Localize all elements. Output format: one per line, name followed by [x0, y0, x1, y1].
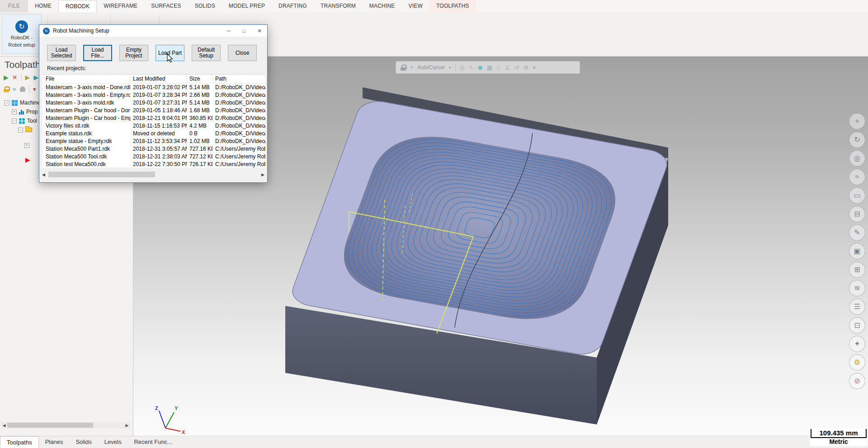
tab-solids[interactable]: SOLIDS	[188, 0, 222, 12]
grid-icon[interactable]: ▦	[487, 64, 492, 71]
fit-view-icon[interactable]: ▣	[849, 243, 865, 259]
maximize-button[interactable]: □	[236, 25, 252, 37]
scroll-left-icon[interactable]: ◀	[40, 172, 47, 177]
collapse-toggle-icon[interactable]: −	[18, 128, 23, 133]
tab-wireframe[interactable]: WIREFRAME	[97, 0, 144, 12]
autocursor-caret-icon[interactable]: ▾	[449, 65, 451, 70]
select-arrow-icon[interactable]: ↖	[469, 64, 474, 71]
regen-toolpath-icon[interactable]: ▶	[33, 74, 38, 81]
star-tool-icon[interactable]: ✦	[849, 336, 865, 352]
column-header-size[interactable]: Size	[187, 75, 212, 83]
collapse-toggle-icon[interactable]: −	[5, 100, 9, 105]
default-setup-button[interactable]: Default Setup	[192, 45, 221, 61]
tab-home[interactable]: HOME	[28, 0, 58, 12]
lock-icon[interactable]	[4, 86, 9, 92]
rectangle-tool-icon[interactable]: ▭	[849, 187, 865, 204]
empty-project-button[interactable]: Empty Project	[119, 45, 148, 61]
column-header-file[interactable]: File	[42, 75, 130, 83]
scroll-right-icon[interactable]: ▶	[259, 172, 267, 177]
undo-icon[interactable]: ↺	[514, 64, 519, 71]
close-button[interactable]: Close	[228, 45, 257, 61]
select-toolpath-icon[interactable]: ▶	[25, 74, 30, 81]
table-row[interactable]: Victory files stl.rdk2018-11-15 1:16:53 …	[42, 122, 265, 129]
scroll-left-icon[interactable]: ◀	[1, 423, 7, 428]
bottom-tab-solids[interactable]: Solids	[69, 436, 98, 448]
table-cell: Mastercam Plugin - Car hood - Done.rdk	[42, 107, 130, 114]
bottom-tab-planes[interactable]: Planes	[39, 436, 70, 448]
bottom-tab-toolpaths[interactable]: Toolpaths	[0, 436, 39, 448]
column-header-last-modified[interactable]: Last Modified	[130, 75, 187, 83]
table-row[interactable]: Mastercam Plugin - Car hood - Empty.rdk2…	[42, 114, 265, 122]
tab-view[interactable]: VIEW	[402, 0, 429, 12]
table-row[interactable]: Mastercam Plugin - Car hood - Done.rdk20…	[42, 106, 265, 114]
robodk-setup-button[interactable]: ↻ RoboDK - Robot setup	[2, 14, 42, 54]
section-tool-icon[interactable]: ⊟	[849, 206, 865, 222]
bottom-tab-recent-func[interactable]: Recent Func...	[127, 436, 179, 448]
circle-tool-icon[interactable]: ◎	[849, 150, 865, 167]
tab-model-prep[interactable]: MODEL PREP	[222, 0, 272, 12]
waves-display-icon[interactable]: ≈	[13, 86, 16, 93]
lock-icon[interactable]	[401, 65, 406, 71]
tab-transform[interactable]: TRANSFORM	[314, 0, 363, 12]
snap-point-icon[interactable]: ⊕	[478, 64, 483, 71]
load-file-button[interactable]: Load File...	[83, 45, 112, 61]
panel-tool-icon[interactable]: ⊡	[849, 317, 865, 334]
table-row[interactable]: Mastercam - 3-axis mold - Empty.rdk2019-…	[42, 91, 265, 99]
minimize-button[interactable]: ─	[221, 25, 236, 37]
crosshair-icon[interactable]: ⌖	[410, 64, 413, 71]
load-selected-button[interactable]: Load Selected	[47, 45, 76, 61]
disable-tool-icon[interactable]: ⊘	[849, 373, 865, 389]
tree-label-toolgroup: Tool	[27, 118, 37, 124]
dialog-titlebar[interactable]: ↻ Robot Machining Setup ─ □ ✕	[39, 25, 267, 37]
rotate-tool-icon[interactable]: ↻	[849, 132, 865, 148]
waves-tool-icon[interactable]: ≋	[849, 280, 865, 296]
tab-toolpaths[interactable]: TOOLPATHS	[429, 0, 476, 12]
table-row[interactable]: Mastercam - 3-axis mold.rdk2019-01-07 3:…	[42, 99, 265, 106]
levels-tool-icon[interactable]: ☰	[849, 299, 865, 315]
robodk-button-label-1: RoboDK -	[11, 35, 33, 40]
close-window-button[interactable]: ✕	[252, 25, 267, 37]
toolgroup-icon	[19, 118, 25, 124]
robot-machining-setup-dialog: ↻ Robot Machining Setup ─ □ ✕ Load Selec…	[39, 24, 268, 183]
add-tool-icon[interactable]: +	[849, 113, 865, 129]
expand-toggle-icon[interactable]: +	[12, 110, 17, 114]
tab-machine[interactable]: MACHINE	[363, 0, 402, 12]
deselect-all-icon[interactable]: ✕	[12, 74, 18, 81]
scrollbar-thumb[interactable]	[48, 172, 155, 177]
dialog-horizontal-scrollbar[interactable]: ◀ ▶	[40, 171, 267, 178]
table-cell: C:/Users/Jeremy Robo	[212, 161, 265, 167]
scroll-right-icon[interactable]: ▶	[124, 423, 130, 428]
tab-drafting[interactable]: DRAFTING	[272, 0, 314, 12]
more-tools-icon[interactable]: ▾	[33, 86, 36, 93]
table-row[interactable]: Station test Meca500.rdk2018-12-22 7:30:…	[42, 160, 265, 168]
tab-robodk[interactable]: ROBODK	[58, 0, 97, 12]
column-header-path[interactable]: Path	[212, 75, 265, 83]
panel-horizontal-scrollbar[interactable]: ◀ ▶	[1, 422, 130, 429]
table-row[interactable]: Station Meca500 Tool.rdk2018-12-31 2:38:…	[42, 153, 265, 160]
collapse-toggle-icon[interactable]: −	[12, 119, 17, 124]
scrollbar-thumb[interactable]	[7, 423, 93, 428]
tab-file[interactable]: FILE	[0, 0, 28, 12]
grid-view-icon[interactable]: ⊞	[849, 262, 865, 278]
tab-surfaces[interactable]: SURFACES	[144, 0, 188, 12]
ghost-toolpath-icon[interactable]	[20, 86, 25, 92]
table-row[interactable]: Example status.rdkMoved or deleted0 BD:/…	[42, 129, 265, 137]
draw-tool-icon[interactable]: ✎	[849, 224, 865, 241]
table-row[interactable]: Example statue - Empty.rdk2018-11-12 3:5…	[42, 137, 265, 145]
table-row[interactable]: Station Meca500 Part1.rdk2018-12-31 3:05…	[42, 145, 265, 153]
expand-toggle-icon[interactable]: +	[24, 143, 29, 148]
robodk-button-label-2: Robot setup	[8, 42, 35, 48]
settings-tool-icon[interactable]: ⚙	[849, 354, 865, 371]
gear-icon[interactable]: ⚙	[524, 64, 529, 71]
target-icon[interactable]: ◎	[460, 64, 465, 71]
dropdown-caret-icon[interactable]: ▾	[533, 64, 536, 71]
diamond-icon[interactable]: ◇	[496, 64, 501, 71]
table-header[interactable]: FileLast ModifiedSizePath	[42, 75, 265, 83]
autocursor-label[interactable]: AutoCursor	[417, 64, 445, 71]
angle-icon[interactable]: ∠	[505, 64, 510, 71]
select-all-icon[interactable]: ▶	[4, 74, 9, 81]
bottom-tab-bar: ToolpathsPlanesSolidsLevelsRecent Func..…	[0, 436, 868, 448]
bottom-tab-levels[interactable]: Levels	[98, 436, 128, 448]
spline-tool-icon[interactable]: ≈	[849, 169, 865, 185]
table-row[interactable]: Mastercam - 3-axis mold - Done.rdk2019-0…	[42, 83, 265, 91]
